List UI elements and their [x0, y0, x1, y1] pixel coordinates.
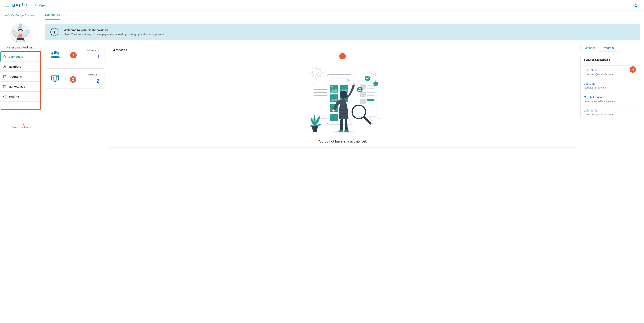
- activities-title: Activities: [113, 48, 128, 52]
- member-email: john.smith@example.com: [584, 73, 636, 76]
- svg-point-21: [53, 77, 54, 78]
- annotation-primary-menu-label: Primary Menu: [12, 125, 32, 129]
- activities-panel: Activities → 3: [109, 44, 576, 148]
- sub-header: My Bridge Spaces Dashboard: [0, 11, 644, 20]
- content: i Welcome to your Dashboard! Here, You c…: [41, 20, 644, 323]
- members-icon: [3, 65, 6, 68]
- member-name[interactable]: Joe Dale: [584, 82, 636, 85]
- svg-point-10: [5, 66, 6, 67]
- member-email: joedale@gmail.com: [584, 86, 636, 89]
- svg-point-12: [4, 96, 5, 97]
- breadcrumb-chevron-icon: [64, 11, 67, 20]
- nav-label: Members: [8, 65, 21, 68]
- header-left: BAT I® Bridge: [5, 3, 45, 8]
- stat-card-program[interactable]: 2 Program 2: [45, 68, 104, 88]
- stat-card-members[interactable]: 1 Members 9: [45, 44, 104, 64]
- welcome-title: Welcome to your Dashboard!: [64, 28, 104, 32]
- svg-rect-25: [56, 75, 58, 77]
- nav-label: Programs: [8, 75, 22, 78]
- space-info: Fitness and Wellness: [0, 20, 41, 52]
- panel-title: Latest Members: [584, 58, 610, 62]
- member-name[interactable]: John Smith: [584, 109, 636, 112]
- svg-rect-53: [338, 130, 343, 132]
- home-icon: [3, 55, 6, 58]
- nav-item-marketplace[interactable]: Marketplace: [0, 82, 41, 92]
- welcome-banner: i Welcome to your Dashboard! Here, You c…: [45, 24, 640, 40]
- svg-rect-37: [367, 99, 374, 101]
- members-stat-icon: [50, 50, 60, 58]
- user-avatar-menu[interactable]: [633, 2, 639, 8]
- svg-rect-24: [56, 79, 58, 79]
- stat-label: Program: [88, 73, 99, 76]
- external-link-icon[interactable]: [105, 28, 108, 32]
- member-name[interactable]: Sarah Johnson: [584, 95, 636, 99]
- member-email: john.smith@example.com: [584, 113, 636, 116]
- annotation-arrow: [12, 111, 24, 126]
- nav-label: Marketplace: [8, 85, 25, 88]
- nav-label: Settings: [8, 95, 20, 98]
- svg-point-14: [54, 51, 57, 54]
- hamburger-icon[interactable]: [5, 3, 9, 7]
- info-icon: i: [50, 28, 58, 36]
- no-activity-text: You do not have any activity yet.: [113, 139, 572, 143]
- activities-illustration: [113, 55, 572, 136]
- activities-arrow-link[interactable]: →: [568, 48, 572, 52]
- top-header: BAT I® Bridge: [0, 0, 644, 11]
- main-layout: Fitness and Wellness Dashboard Members: [0, 20, 644, 323]
- svg-rect-7: [18, 34, 22, 38]
- sidebar: Fitness and Wellness Dashboard Members: [0, 20, 41, 323]
- svg-point-16: [57, 52, 59, 55]
- tab-member[interactable]: Member: [580, 44, 599, 51]
- member-row[interactable]: Sarah Johnson sarah.johnson@example.com: [580, 92, 640, 106]
- svg-point-29: [371, 73, 374, 76]
- svg-point-51: [359, 88, 360, 89]
- nav-item-dashboard[interactable]: Dashboard: [0, 52, 41, 62]
- svg-rect-22: [53, 79, 54, 79]
- member-row[interactable]: John Smith john.smith@example.com: [580, 106, 640, 119]
- svg-rect-36: [360, 99, 366, 104]
- tab-program[interactable]: Program: [599, 44, 618, 51]
- svg-point-9: [4, 66, 5, 67]
- brand-logo[interactable]: BAT I®: [12, 3, 28, 8]
- product-name[interactable]: Bridge: [35, 3, 45, 7]
- svg-rect-20: [53, 82, 58, 82]
- svg-point-44: [331, 86, 333, 87]
- nav-item-programs[interactable]: Programs: [0, 72, 41, 82]
- breadcrumb-dashboard[interactable]: Dashboard: [45, 11, 60, 19]
- svg-point-50: [357, 87, 363, 92]
- svg-rect-49: [330, 114, 338, 121]
- space-avatar[interactable]: [10, 23, 30, 43]
- svg-point-0: [636, 4, 636, 5]
- svg-rect-35: [360, 92, 366, 97]
- stat-value: 2: [88, 78, 99, 84]
- svg-point-38: [365, 76, 370, 81]
- member-email: sarah.johnson@example.com: [584, 100, 636, 102]
- nav-label: Dashboard: [8, 55, 24, 58]
- member-row[interactable]: Joe Dale joedale@gmail.com: [580, 79, 640, 92]
- svg-point-27: [315, 71, 318, 74]
- nav-item-settings[interactable]: Settings: [0, 92, 41, 101]
- svg-rect-19: [54, 81, 56, 82]
- callout-1: 1: [70, 52, 77, 58]
- nav-list: Dashboard Members Programs Marketplace: [0, 52, 41, 101]
- stat-label: Members: [87, 48, 99, 52]
- svg-point-52: [333, 130, 354, 133]
- gear-icon: [3, 95, 6, 98]
- member-name[interactable]: John Smith: [584, 69, 636, 72]
- breadcrumb: Dashboard: [41, 11, 67, 20]
- latest-members-panel: Latest Members → 4 John Smith john.smith…: [580, 55, 640, 119]
- svg-point-26: [312, 68, 321, 77]
- svg-rect-11: [4, 75, 6, 78]
- members-arrow-link[interactable]: →: [633, 58, 636, 62]
- stats-column: 1 Members 9: [45, 44, 104, 88]
- svg-point-8: [16, 38, 24, 40]
- welcome-text: Welcome to your Dashboard! Here, You can…: [64, 28, 165, 36]
- content-grid: 1 Members 9: [45, 44, 640, 148]
- back-to-spaces[interactable]: My Bridge Spaces: [0, 11, 41, 20]
- callout-4: 4: [630, 66, 636, 73]
- program-stat-icon: [50, 74, 60, 83]
- stat-value: 9: [87, 54, 99, 60]
- callout-2: 2: [70, 76, 76, 83]
- svg-point-23: [56, 77, 57, 78]
- nav-item-members[interactable]: Members: [0, 62, 41, 72]
